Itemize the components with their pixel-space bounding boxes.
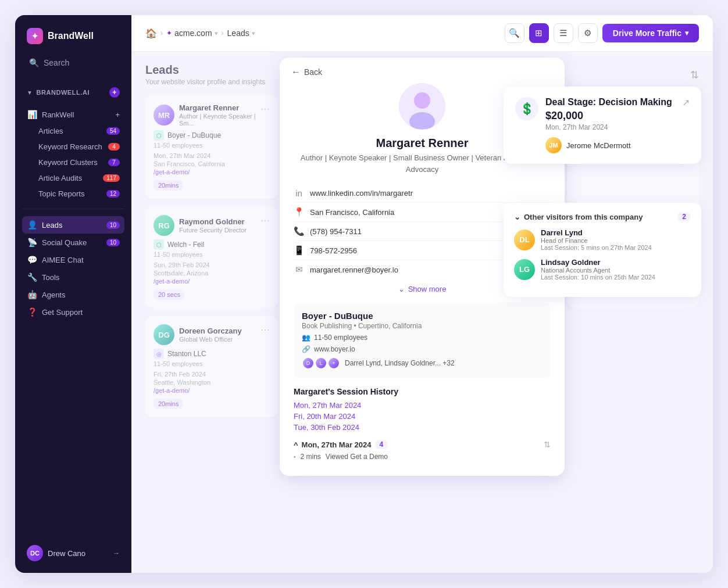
back-label: Back [304, 67, 322, 77]
drive-more-traffic-button[interactable]: Drive More Traffic ▾ [602, 24, 699, 42]
sidebar-item-agents[interactable]: 🤖 Agents [22, 286, 124, 303]
agents-icon: 🤖 [27, 290, 37, 299]
sidebar-item-aimee-chat[interactable]: 💬 AIMEE Chat [22, 251, 124, 268]
keyword-research-label: Keyword Research [38, 142, 102, 151]
visitor-avatar-1: DL [514, 230, 535, 250]
user-profile[interactable]: DC Drew Cano → [22, 540, 124, 566]
sidebar-item-social-quake[interactable]: 📡 Social Quake 10 [22, 234, 124, 251]
breadcrumb: 🏠 › ✦ acme.com ▾ › Leads ▾ [145, 28, 500, 39]
session-header: ^ Mon, 27th Mar 2024 4 ⇅ [280, 434, 565, 449]
session-date-3[interactable]: Tue, 30th Feb 2024 [294, 423, 551, 432]
search-button[interactable]: 🔍 Search [22, 53, 124, 72]
settings-button[interactable]: ⚙ [578, 23, 598, 43]
sidebar: ✦ BrandWell 🔍 Search ▼ BRANDWELL.AI + 📊 … [15, 15, 131, 573]
visitors-count: 2 [677, 212, 691, 221]
topbar-actions: 🔍 ⊞ ☰ ⚙ Drive More Traffic ▾ [505, 23, 699, 43]
visitor-item-1: DL Darrel Lynd Head of Finance Last Sess… [514, 228, 691, 251]
company-employees: 11-50 employees [314, 334, 367, 342]
phone-icon: 📞 [294, 226, 304, 236]
detail-overlay: ← Back Margaret Renner Author | Keynote … [131, 52, 713, 573]
drive-btn-chevron: ▾ [685, 29, 688, 37]
rankwell-label: RankWell [42, 110, 74, 119]
avatar: DC [27, 545, 43, 561]
aimee-chat-icon: 💬 [27, 255, 37, 264]
sidebar-item-keyword-clusters[interactable]: Keyword Clusters 7 [22, 155, 124, 170]
deal-assignee-name: Jerome McDermott [566, 141, 631, 150]
deal-date: Mon, 27th Mar 2024 [545, 123, 675, 131]
keyword-clusters-badge: 7 [108, 159, 120, 166]
session-history-title: Margaret's Session History [294, 387, 551, 396]
user-name: Drew Cano [48, 549, 85, 558]
social-quake-label: Social Quake [42, 238, 87, 247]
detail-company: Boyer - DuBuque Book Publishing • Cupert… [294, 303, 551, 378]
sidebar-item-rankwell[interactable]: 📊 RankWell + [22, 106, 124, 123]
sidebar-item-tools[interactable]: 🔧 Tools [22, 268, 124, 286]
session-history: Margaret's Session History Mon, 27th Mar… [280, 378, 565, 432]
topic-reports-badge: 12 [106, 190, 120, 198]
chevron-down-icon: ⌄ [398, 285, 405, 293]
phone1-text: (578) 954-7311 [310, 227, 362, 236]
divider [22, 209, 124, 209]
visitor-avatar-2: LG [514, 259, 535, 280]
visitor-role-1: Head of Finance [541, 237, 652, 244]
linkedin-url: www.linkedin.com/in/margaretr [310, 189, 413, 198]
home-icon[interactable]: 🏠 [145, 28, 157, 39]
deal-external-link-icon[interactable]: ↗ [682, 97, 690, 108]
breadcrumb-acme[interactable]: ✦ acme.com ▾ [166, 28, 218, 38]
acme-dot-icon: ✦ [166, 29, 172, 37]
add-rankwell-button[interactable]: + [115, 110, 120, 119]
sidebar-item-topic-reports[interactable]: Topic Reports 12 [22, 186, 124, 202]
sidebar-item-keyword-research[interactable]: Keyword Research 4 [22, 139, 124, 155]
aimee-chat-label: AIMEE Chat [42, 256, 84, 264]
mini-avatar-3: + [327, 357, 340, 370]
article-audits-label: Article Audits [38, 174, 82, 182]
chevron-down-icon: ▼ [27, 89, 33, 96]
breadcrumb-sep-1: › [160, 29, 163, 37]
agents-label: Agents [42, 291, 65, 299]
sidebar-item-leads[interactable]: 👤 Leads 10 [22, 216, 124, 234]
svg-point-1 [414, 92, 430, 109]
article-audits-badge: 117 [103, 174, 120, 182]
list-view-button[interactable]: ☰ [554, 23, 573, 43]
tools-label: Tools [42, 273, 59, 282]
phone2-icon: 📱 [294, 245, 304, 256]
drive-btn-label: Drive More Traffic [613, 28, 681, 38]
visitors-header: ⌄ Other visitors from this company 2 [514, 212, 691, 221]
breadcrumb-leads-label: Leads [227, 28, 249, 38]
rankwell-section: 📊 RankWell + Articles 54 Keyword Researc… [15, 103, 131, 204]
search-icon: 🔍 [29, 58, 39, 67]
keyword-clusters-label: Keyword Clusters [38, 158, 98, 167]
articles-label: Articles [38, 127, 63, 135]
company-name: Boyer - DuBuque [302, 311, 543, 321]
main-nav-section: 👤 Leads 10 📡 Social Quake 10 💬 AIMEE Cha… [15, 214, 131, 323]
visitor-session-1: Last Session: 5 mins on 27th Mar 2024 [541, 244, 652, 251]
session-sort-icon[interactable]: ⇅ [544, 440, 551, 449]
linkedin-icon: in [294, 188, 304, 198]
deal-assignee-avatar: JM [545, 137, 562, 153]
session-date-1[interactable]: Mon, 27th Mar 2024 [294, 401, 551, 410]
breadcrumb-acme-label: acme.com [174, 28, 212, 38]
logo-icon: ✦ [27, 28, 43, 44]
session-dot: • [294, 454, 296, 460]
sidebar-item-article-audits[interactable]: Article Audits 117 [22, 170, 124, 186]
chevron-down-icon-visitors: ⌄ [514, 213, 520, 221]
brandwellai-label: BRANDWELL.AI [36, 89, 90, 96]
keyword-research-badge: 4 [108, 143, 120, 150]
team-label: Darrel Lynd, Lindsay Goldner... +32 [345, 359, 455, 367]
add-brandwellai-button[interactable]: + [109, 87, 120, 98]
logout-icon[interactable]: → [113, 549, 120, 557]
detail-linkedin[interactable]: in www.linkedin.com/in/margaretr [294, 184, 551, 203]
mini-avatar-1: D [302, 357, 315, 370]
sidebar-item-get-support[interactable]: ❓ Get Support [22, 303, 124, 321]
social-quake-badge: 10 [106, 239, 120, 246]
search-toggle-button[interactable]: 🔍 [505, 23, 524, 43]
brandwellai-header[interactable]: ▼ BRANDWELL.AI + [22, 84, 124, 101]
session-time: 2 mins [301, 453, 321, 461]
sidebar-item-articles[interactable]: Articles 54 [22, 123, 124, 139]
back-button[interactable]: ← Back [280, 58, 565, 83]
session-item-1: • 2 mins Viewed Get a Demo [280, 449, 565, 464]
leads-icon: 👤 [27, 220, 37, 230]
session-date-2[interactable]: Fri, 20th Mar 2024 [294, 412, 551, 421]
breadcrumb-leads[interactable]: Leads ▾ [227, 28, 255, 38]
grid-view-button[interactable]: ⊞ [529, 23, 549, 43]
